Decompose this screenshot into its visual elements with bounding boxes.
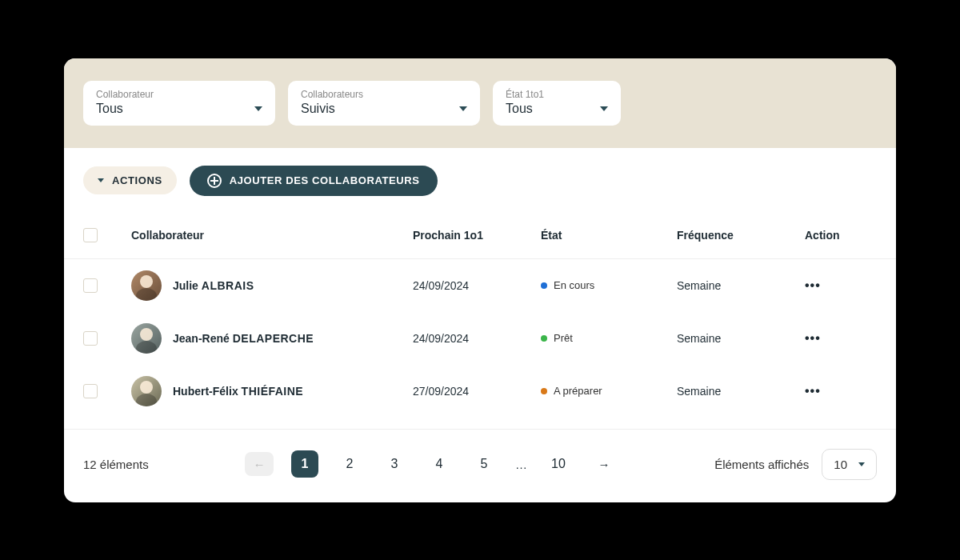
page-button[interactable]: 10 xyxy=(545,450,572,478)
toolbar: ACTIONS AJOUTER DES COLLABORATEURS xyxy=(64,148,896,204)
caret-down-icon xyxy=(858,462,865,466)
collaborator-cell[interactable]: Julie ALBRAIS xyxy=(131,270,413,301)
filter-bar: CollaborateurTousCollaborateursSuivisÉta… xyxy=(64,58,896,148)
page-size-label: Éléments affichés xyxy=(714,458,809,471)
collaborators-table: Collaborateur Prochain 1o1 État Fréquenc… xyxy=(64,204,896,430)
row-actions-button[interactable]: ••• xyxy=(805,331,877,346)
filter-value: Suivis xyxy=(301,102,335,116)
frequency-cell: Semaine xyxy=(677,385,805,398)
page-button[interactable]: 2 xyxy=(336,450,363,478)
table-header: Collaborateur Prochain 1o1 État Fréquenc… xyxy=(64,204,896,259)
status-dot-icon xyxy=(541,282,547,289)
filter-value: Tous xyxy=(96,102,123,116)
page-prev-button[interactable]: ← xyxy=(245,452,274,476)
table-footer: 12 éléments ←12345…10→ Éléments affichés… xyxy=(64,430,896,502)
status-dot-icon xyxy=(541,335,547,342)
status-cell: Prêt xyxy=(541,332,677,344)
collaborator-cell[interactable]: Jean-René DELAPERCHE xyxy=(131,323,413,354)
table-row: Julie ALBRAIS24/09/2024En coursSemaine••… xyxy=(64,259,896,312)
row-actions-button[interactable]: ••• xyxy=(805,278,877,293)
select-all-checkbox[interactable] xyxy=(83,228,98,242)
filter-select[interactable]: CollaborateurTous xyxy=(83,81,275,126)
next-1o1-cell: 24/09/2024 xyxy=(413,332,541,345)
filter-label: État 1to1 xyxy=(506,89,608,100)
collaborator-name: Julie ALBRAIS xyxy=(173,279,254,292)
collaborator-name: Hubert-Félix THIÉFAINE xyxy=(173,385,303,398)
page-button[interactable]: 4 xyxy=(426,450,453,478)
filter-value: Tous xyxy=(506,102,533,116)
row-actions-button[interactable]: ••• xyxy=(805,384,877,398)
table-row: Hubert-Félix THIÉFAINE27/09/2024A prépar… xyxy=(64,365,896,418)
page-button[interactable]: 5 xyxy=(470,450,498,478)
collaborator-cell[interactable]: Hubert-Félix THIÉFAINE xyxy=(131,376,413,406)
pagination: ←12345…10→ xyxy=(245,450,618,478)
status-dot-icon xyxy=(541,388,547,394)
page-button[interactable]: 1 xyxy=(291,450,318,478)
add-label: AJOUTER DES COLLABORATEURS xyxy=(230,174,420,186)
page-size-control: Éléments affichés 10 xyxy=(714,449,877,480)
page-ellipsis: … xyxy=(515,458,527,471)
col-collaborateur: Collaborateur xyxy=(131,229,413,242)
collaborator-name: Jean-René DELAPERCHE xyxy=(173,332,314,345)
status-cell: En cours xyxy=(541,279,677,291)
next-1o1-cell: 24/09/2024 xyxy=(413,279,541,292)
actions-label: ACTIONS xyxy=(112,174,162,186)
filter-select[interactable]: CollaborateursSuivis xyxy=(288,81,480,126)
page-next-button[interactable]: → xyxy=(590,452,618,476)
table-row: Jean-René DELAPERCHE24/09/2024PrêtSemain… xyxy=(64,312,896,365)
caret-down-icon xyxy=(600,106,608,111)
caret-down-icon xyxy=(459,106,467,111)
page-size-select[interactable]: 10 xyxy=(822,449,877,480)
add-collaborators-button[interactable]: AJOUTER DES COLLABORATEURS xyxy=(190,166,438,196)
status-cell: A préparer xyxy=(541,385,677,397)
status-label: Prêt xyxy=(554,332,573,344)
caret-down-icon xyxy=(254,106,262,111)
avatar xyxy=(131,376,162,406)
avatar xyxy=(131,270,162,301)
page-button[interactable]: 3 xyxy=(381,450,408,478)
row-checkbox[interactable] xyxy=(83,278,98,293)
filter-select[interactable]: État 1to1Tous xyxy=(493,81,621,126)
actions-button[interactable]: ACTIONS xyxy=(83,166,177,194)
plus-circle-icon xyxy=(207,174,222,188)
table-body: Julie ALBRAIS24/09/2024En coursSemaine••… xyxy=(64,259,896,430)
frequency-cell: Semaine xyxy=(677,279,805,292)
col-prochain: Prochain 1o1 xyxy=(413,229,541,242)
main-card: CollaborateurTousCollaborateursSuivisÉta… xyxy=(64,58,896,502)
caret-down-icon xyxy=(98,178,104,182)
row-checkbox[interactable] xyxy=(83,331,98,346)
next-1o1-cell: 27/09/2024 xyxy=(413,385,541,398)
frequency-cell: Semaine xyxy=(677,332,805,345)
filter-label: Collaborateur xyxy=(96,89,262,100)
row-checkbox[interactable] xyxy=(83,384,98,398)
filter-label: Collaborateurs xyxy=(301,89,467,100)
status-label: En cours xyxy=(554,279,594,291)
page-size-value: 10 xyxy=(834,458,847,471)
item-count: 12 éléments xyxy=(83,458,149,471)
avatar xyxy=(131,323,162,354)
col-etat: État xyxy=(541,229,677,242)
col-frequence: Fréquence xyxy=(677,229,805,242)
status-label: A préparer xyxy=(554,385,602,397)
col-action: Action xyxy=(805,229,877,242)
